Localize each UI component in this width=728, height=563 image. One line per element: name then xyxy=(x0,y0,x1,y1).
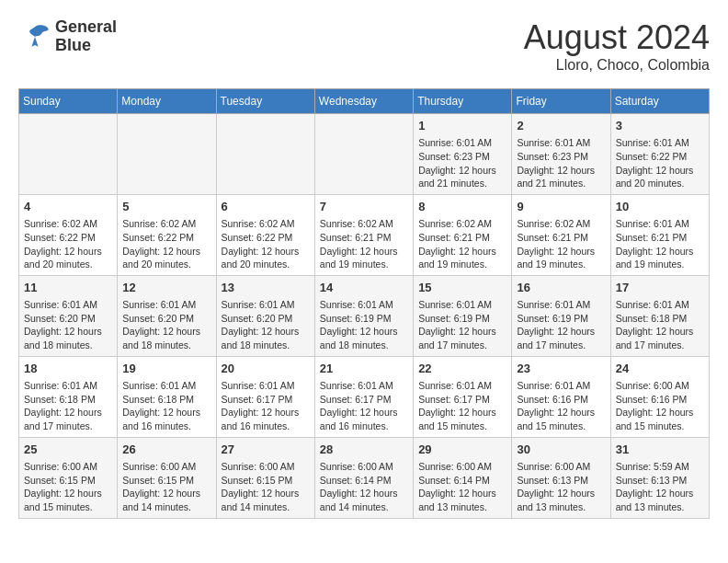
calendar-cell: 9Sunrise: 6:02 AM Sunset: 6:21 PM Daylig… xyxy=(512,194,610,275)
day-info: Sunrise: 6:01 AM Sunset: 6:19 PM Dayligh… xyxy=(517,298,605,352)
calendar-cell: 3Sunrise: 6:01 AM Sunset: 6:22 PM Daylig… xyxy=(610,114,709,195)
calendar-cell xyxy=(216,114,314,195)
day-info: Sunrise: 6:01 AM Sunset: 6:19 PM Dayligh… xyxy=(320,298,408,352)
weekday-header: Monday xyxy=(118,89,216,114)
calendar-cell: 2Sunrise: 6:01 AM Sunset: 6:23 PM Daylig… xyxy=(512,114,610,195)
calendar-cell: 8Sunrise: 6:02 AM Sunset: 6:21 PM Daylig… xyxy=(414,194,512,275)
day-info: Sunrise: 5:59 AM Sunset: 6:13 PM Dayligh… xyxy=(616,460,704,514)
weekday-header: Thursday xyxy=(414,89,512,114)
day-info: Sunrise: 6:02 AM Sunset: 6:21 PM Dayligh… xyxy=(320,217,408,271)
day-number: 30 xyxy=(517,442,605,458)
calendar-cell: 22Sunrise: 6:01 AM Sunset: 6:17 PM Dayli… xyxy=(414,356,512,437)
calendar-week-row: 4Sunrise: 6:02 AM Sunset: 6:22 PM Daylig… xyxy=(19,194,710,275)
calendar-table: SundayMondayTuesdayWednesdayThursdayFrid… xyxy=(18,88,710,519)
day-info: Sunrise: 6:02 AM Sunset: 6:22 PM Dayligh… xyxy=(222,217,310,271)
day-info: Sunrise: 6:00 AM Sunset: 6:14 PM Dayligh… xyxy=(418,460,506,514)
calendar-week-row: 25Sunrise: 6:00 AM Sunset: 6:15 PM Dayli… xyxy=(19,437,710,518)
day-info: Sunrise: 6:01 AM Sunset: 6:18 PM Dayligh… xyxy=(122,379,210,433)
calendar-cell: 5Sunrise: 6:02 AM Sunset: 6:22 PM Daylig… xyxy=(118,194,216,275)
calendar-week-row: 18Sunrise: 6:01 AM Sunset: 6:18 PM Dayli… xyxy=(19,356,710,437)
day-number: 25 xyxy=(24,442,112,458)
day-number: 26 xyxy=(122,442,210,458)
calendar-week-row: 11Sunrise: 6:01 AM Sunset: 6:20 PM Dayli… xyxy=(19,275,710,356)
calendar-cell: 14Sunrise: 6:01 AM Sunset: 6:19 PM Dayli… xyxy=(314,275,413,356)
day-number: 31 xyxy=(616,442,704,458)
day-info: Sunrise: 6:01 AM Sunset: 6:20 PM Dayligh… xyxy=(24,298,112,352)
calendar-cell: 23Sunrise: 6:01 AM Sunset: 6:16 PM Dayli… xyxy=(512,356,610,437)
calendar-cell xyxy=(19,114,118,195)
day-number: 29 xyxy=(418,442,506,458)
calendar-cell: 13Sunrise: 6:01 AM Sunset: 6:20 PM Dayli… xyxy=(216,275,314,356)
day-number: 11 xyxy=(24,280,112,296)
weekday-header: Tuesday xyxy=(216,89,314,114)
day-number: 1 xyxy=(418,118,506,134)
calendar-cell: 24Sunrise: 6:00 AM Sunset: 6:16 PM Dayli… xyxy=(610,356,709,437)
weekday-header: Friday xyxy=(512,89,610,114)
day-number: 4 xyxy=(24,199,112,215)
day-number: 24 xyxy=(616,361,704,377)
day-number: 28 xyxy=(320,442,408,458)
day-number: 27 xyxy=(222,442,310,458)
calendar-cell: 27Sunrise: 6:00 AM Sunset: 6:15 PM Dayli… xyxy=(216,437,314,518)
calendar-cell: 21Sunrise: 6:01 AM Sunset: 6:17 PM Dayli… xyxy=(314,356,413,437)
calendar-cell: 29Sunrise: 6:00 AM Sunset: 6:14 PM Dayli… xyxy=(414,437,512,518)
day-number: 15 xyxy=(418,280,506,296)
calendar-cell: 4Sunrise: 6:02 AM Sunset: 6:22 PM Daylig… xyxy=(19,194,118,275)
day-number: 2 xyxy=(517,118,605,134)
calendar-cell: 25Sunrise: 6:00 AM Sunset: 6:15 PM Dayli… xyxy=(19,437,118,518)
day-number: 12 xyxy=(122,280,210,296)
weekday-header: Sunday xyxy=(19,89,118,114)
day-number: 21 xyxy=(320,361,408,377)
day-number: 19 xyxy=(122,361,210,377)
day-info: Sunrise: 6:01 AM Sunset: 6:21 PM Dayligh… xyxy=(616,217,704,271)
day-info: Sunrise: 6:01 AM Sunset: 6:16 PM Dayligh… xyxy=(517,379,605,433)
calendar-cell xyxy=(314,114,413,195)
day-number: 13 xyxy=(222,280,310,296)
day-info: Sunrise: 6:01 AM Sunset: 6:18 PM Dayligh… xyxy=(24,379,112,433)
day-info: Sunrise: 6:02 AM Sunset: 6:21 PM Dayligh… xyxy=(517,217,605,271)
calendar-cell: 11Sunrise: 6:01 AM Sunset: 6:20 PM Dayli… xyxy=(19,275,118,356)
calendar-cell: 28Sunrise: 6:00 AM Sunset: 6:14 PM Dayli… xyxy=(314,437,413,518)
day-number: 23 xyxy=(517,361,605,377)
day-info: Sunrise: 6:01 AM Sunset: 6:20 PM Dayligh… xyxy=(222,298,310,352)
day-info: Sunrise: 6:00 AM Sunset: 6:15 PM Dayligh… xyxy=(222,460,310,514)
day-number: 8 xyxy=(418,199,506,215)
day-number: 9 xyxy=(517,199,605,215)
calendar-cell xyxy=(118,114,216,195)
calendar-cell: 16Sunrise: 6:01 AM Sunset: 6:19 PM Dayli… xyxy=(512,275,610,356)
day-number: 7 xyxy=(320,199,408,215)
weekday-header: Saturday xyxy=(610,89,709,114)
day-number: 6 xyxy=(222,199,310,215)
logo: General Blue xyxy=(18,18,117,55)
weekday-header: Wednesday xyxy=(314,89,413,114)
day-info: Sunrise: 6:01 AM Sunset: 6:23 PM Dayligh… xyxy=(418,136,506,190)
calendar-cell: 20Sunrise: 6:01 AM Sunset: 6:17 PM Dayli… xyxy=(216,356,314,437)
calendar-cell: 15Sunrise: 6:01 AM Sunset: 6:19 PM Dayli… xyxy=(414,275,512,356)
day-number: 22 xyxy=(418,361,506,377)
day-info: Sunrise: 6:01 AM Sunset: 6:17 PM Dayligh… xyxy=(222,379,310,433)
calendar-header-row: SundayMondayTuesdayWednesdayThursdayFrid… xyxy=(19,89,710,114)
page-header: General Blue August 2024 Lloro, Choco, C… xyxy=(18,18,710,74)
calendar-cell: 30Sunrise: 6:00 AM Sunset: 6:13 PM Dayli… xyxy=(512,437,610,518)
day-number: 3 xyxy=(616,118,704,134)
day-number: 5 xyxy=(122,199,210,215)
page-title: August 2024 xyxy=(524,18,710,57)
calendar-cell: 10Sunrise: 6:01 AM Sunset: 6:21 PM Dayli… xyxy=(610,194,709,275)
day-info: Sunrise: 6:01 AM Sunset: 6:18 PM Dayligh… xyxy=(616,298,704,352)
logo-line2: Blue xyxy=(55,37,117,55)
calendar-cell: 31Sunrise: 5:59 AM Sunset: 6:13 PM Dayli… xyxy=(610,437,709,518)
day-info: Sunrise: 6:02 AM Sunset: 6:21 PM Dayligh… xyxy=(418,217,506,271)
calendar-cell: 7Sunrise: 6:02 AM Sunset: 6:21 PM Daylig… xyxy=(314,194,413,275)
day-info: Sunrise: 6:01 AM Sunset: 6:17 PM Dayligh… xyxy=(320,379,408,433)
logo-icon xyxy=(18,20,51,53)
title-block: August 2024 Lloro, Choco, Colombia xyxy=(524,18,710,74)
day-info: Sunrise: 6:01 AM Sunset: 6:17 PM Dayligh… xyxy=(418,379,506,433)
logo-line1: General xyxy=(55,18,117,37)
day-info: Sunrise: 6:00 AM Sunset: 6:13 PM Dayligh… xyxy=(517,460,605,514)
calendar-cell: 26Sunrise: 6:00 AM Sunset: 6:15 PM Dayli… xyxy=(118,437,216,518)
page-subtitle: Lloro, Choco, Colombia xyxy=(524,57,710,74)
calendar-cell: 17Sunrise: 6:01 AM Sunset: 6:18 PM Dayli… xyxy=(610,275,709,356)
day-info: Sunrise: 6:00 AM Sunset: 6:16 PM Dayligh… xyxy=(616,379,704,433)
day-number: 10 xyxy=(616,199,704,215)
logo-text: General Blue xyxy=(55,18,117,55)
